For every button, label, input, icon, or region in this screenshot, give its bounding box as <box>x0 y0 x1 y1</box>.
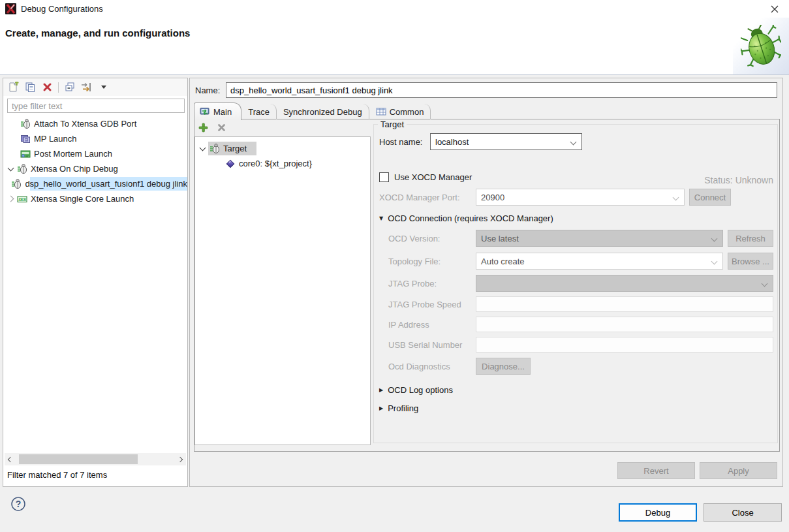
duplicate-configuration-icon[interactable] <box>24 82 36 93</box>
tree-item-label: Attach To Xtensa GDB Port <box>34 119 136 129</box>
chevron-down-icon[interactable] <box>200 144 206 151</box>
debug-button[interactable]: Debug <box>619 503 697 522</box>
help-icon[interactable]: ? <box>10 496 26 512</box>
dialog-subtitle: Create, manage, and run configurations <box>5 27 190 39</box>
target-group-legend: Target <box>378 119 407 129</box>
tab-main[interactable]: Main <box>194 102 241 120</box>
host-name-value: localhost <box>435 137 469 147</box>
window-close-icon[interactable] <box>768 3 781 16</box>
host-name-select[interactable]: localhost <box>430 133 582 150</box>
filter-status-text: Filter matched 7 of 7 items <box>7 470 107 480</box>
tab-synchronized-debug[interactable]: Synchronized Debug <box>277 104 369 119</box>
triangle-right-icon: ▶ <box>379 405 383 411</box>
configuration-detail-panel: Name: Main Trace Synchronized Debug Comm… <box>189 78 783 487</box>
chevron-down-icon <box>570 139 577 146</box>
tree-item-xtensa-ocd[interactable]: Xtensa On Chip Debug <box>3 161 187 176</box>
chevron-down-icon <box>711 236 718 242</box>
browse-button[interactable]: Browse ... <box>728 253 773 270</box>
scroll-left-icon[interactable] <box>5 453 16 465</box>
main-tab-icon <box>200 106 210 117</box>
tree-item-label: Xtensa On Chip Debug <box>31 164 118 174</box>
ocd-log-options-section-header[interactable]: ▶ OCD Log options <box>379 385 453 395</box>
remove-target-icon[interactable] <box>215 121 227 133</box>
usb-serial-number-label: USB Serial Number <box>388 340 476 350</box>
tab-label: Synchronized Debug <box>283 107 362 117</box>
revert-button[interactable]: Revert <box>617 462 695 479</box>
tree-item-target-root[interactable]: Target <box>195 141 370 156</box>
tree-item-core0[interactable]: core0: ${xt_project} <box>195 156 370 171</box>
chevron-down-icon <box>673 195 679 201</box>
xplorer-logo-icon <box>5 3 16 14</box>
apply-button[interactable]: Apply <box>700 462 777 479</box>
use-xocd-manager-checkbox[interactable] <box>379 172 389 182</box>
tab-common[interactable]: Common <box>369 104 431 119</box>
tree-item-attach-gdb[interactable]: Attach To Xtensa GDB Port <box>3 116 187 131</box>
triangle-right-icon: ▶ <box>379 387 383 393</box>
configuration-name-input[interactable] <box>226 82 777 98</box>
topology-file-label: Topology File: <box>388 257 476 266</box>
horizontal-scrollbar[interactable] <box>5 453 186 465</box>
debug-bug-icon <box>733 18 789 74</box>
tree-item-post-mortem[interactable]: Post Mortem Launch <box>3 146 187 161</box>
mp-launch-icon <box>20 134 31 144</box>
tree-item-mp-launch[interactable]: MP Launch <box>3 131 187 146</box>
header-banner: Create, manage, and run configurations <box>0 18 789 75</box>
ip-address-label: IP Address <box>388 320 476 330</box>
main-tab-content: Target core0: ${xt_project} Target Host … <box>194 119 780 452</box>
configurations-toolbar <box>3 78 187 96</box>
ip-address-input <box>476 317 773 332</box>
tree-item-dsp-hello-world[interactable]: dsp_hello_world_usart_fusionf1 debug jli… <box>3 176 187 191</box>
xocd-manager-port-label: XOCD Manager Port: <box>379 193 476 202</box>
tree-item-xtensa-single-core[interactable]: ISS Xtensa Single Core Launch <box>3 191 187 206</box>
ocd-diagnostics-label: Ocd Diagnostics <box>388 362 476 371</box>
close-button[interactable]: Close <box>704 503 782 522</box>
tree-item-label: Post Mortem Launch <box>34 149 112 159</box>
xocd-manager-port-select: 20900 <box>476 189 685 206</box>
connection-status-text: Status: Unknown <box>704 175 773 185</box>
jtag-probe-select <box>476 275 773 292</box>
use-xocd-manager-label: Use XOCD Manager <box>394 172 472 182</box>
tab-bar: Main Trace Synchronized Debug Common <box>194 102 431 119</box>
core-diamond-icon <box>225 159 236 169</box>
ocd-connection-section-header[interactable]: ▼ OCD Connection (requires XOCD Manager) <box>379 213 553 223</box>
launch-bug-icon <box>11 179 22 189</box>
window-title: Debug Configurations <box>21 4 103 14</box>
connect-button[interactable]: Connect <box>689 189 731 206</box>
tree-item-label: Xtensa Single Core Launch <box>31 194 134 204</box>
collapse-all-icon[interactable] <box>64 82 76 93</box>
tree-item-label: MP Launch <box>34 134 77 144</box>
scrollbar-track[interactable] <box>16 453 174 465</box>
launch-bug-icon <box>20 119 31 129</box>
launch-bug-icon <box>209 144 220 154</box>
diagnose-button[interactable]: Diagnose... <box>476 358 531 375</box>
filter-configurations-icon[interactable] <box>81 82 93 93</box>
common-tab-icon <box>376 106 386 117</box>
scrollbar-thumb[interactable] <box>19 454 138 464</box>
new-configuration-icon[interactable] <box>7 82 19 93</box>
tab-label: Main <box>213 107 232 117</box>
iss-launch-icon: ISS <box>17 194 27 204</box>
scroll-right-icon[interactable] <box>174 453 186 465</box>
xocd-manager-port-value: 20900 <box>481 193 504 202</box>
delete-configuration-icon[interactable] <box>41 82 53 93</box>
add-target-icon[interactable] <box>197 121 209 133</box>
chevron-down-icon <box>762 281 768 287</box>
filter-input[interactable] <box>7 99 185 113</box>
tab-trace[interactable]: Trace <box>241 104 277 119</box>
chevron-down-icon[interactable] <box>8 164 14 171</box>
usb-serial-number-input <box>476 337 773 352</box>
configurations-panel: Attach To Xtensa GDB Port MP Launch Post… <box>3 78 188 487</box>
tree-item-label: Target <box>223 144 247 153</box>
jtag-probe-speed-label: JTAG Probe Speed <box>388 300 476 309</box>
refresh-button[interactable]: Refresh <box>728 230 773 247</box>
topology-file-value: Auto create <box>481 257 525 266</box>
toolbar-menu-dropdown-icon[interactable] <box>98 82 110 93</box>
svg-text:ISS: ISS <box>18 196 26 202</box>
host-name-label: Host name: <box>379 137 430 147</box>
svg-text:?: ? <box>16 499 22 509</box>
chevron-right-icon[interactable] <box>8 196 14 202</box>
section-label: Profiling <box>388 403 418 413</box>
topology-file-select: Auto create <box>476 253 723 270</box>
profiling-section-header[interactable]: ▶ Profiling <box>379 403 418 413</box>
section-label: OCD Connection (requires XOCD Manager) <box>388 213 553 223</box>
